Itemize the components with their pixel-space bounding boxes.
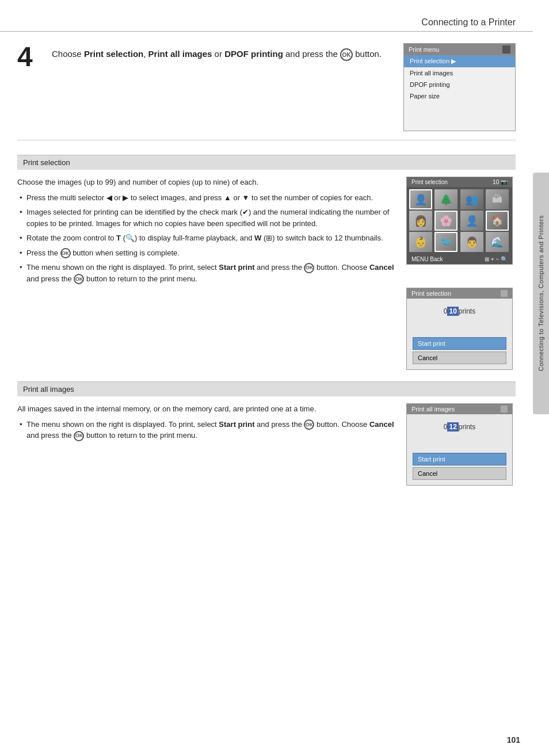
main-content: 4 Choose Print selection, Print all imag…	[0, 32, 533, 756]
print-all-dialog-header: Print all images	[407, 404, 512, 414]
print-selection-content: Choose the images (up to 99) and number …	[17, 177, 516, 370]
cancel-btn-2[interactable]: Cancel	[413, 467, 506, 480]
right-tab-label: Connecting to Televisions, Computers and…	[537, 215, 544, 371]
count-suffix: prints	[459, 307, 475, 315]
print-all-count: 012prints	[413, 423, 506, 431]
thumb-10: 🐦	[434, 232, 458, 252]
ok-btn-inline-1: OK	[60, 248, 71, 258]
bullet-4: Press the OK button when setting is comp…	[17, 247, 395, 259]
page-number: 101	[507, 735, 520, 744]
print-menu-item-3: Paper size	[404, 90, 515, 102]
print-count: 010prints	[413, 307, 506, 315]
t-label: T	[116, 234, 121, 242]
thumb-7: 👤	[460, 211, 483, 231]
w-label: W	[254, 234, 261, 242]
step-section: 4 Choose Print selection, Print all imag…	[17, 43, 516, 140]
print-menu-item-0: Print selection	[404, 55, 515, 67]
thumb-grid: 👤 🌲 👥 🏔 👩 🌸 👤 🏠 👶 🐦 👨 🌊	[407, 187, 512, 254]
print-selection-header: Print selection	[17, 155, 516, 170]
all-count-highlight: 12	[447, 422, 458, 432]
thumb-1: 👤	[409, 189, 432, 209]
thumb-header-count: 10 📷	[493, 179, 508, 185]
print-selection-dialog: Print selection 010prints Start print Ca…	[406, 288, 513, 370]
print-dialog-body: 010prints	[407, 299, 512, 320]
ok-btn-inline-3: OK	[74, 274, 84, 284]
print-all-dialog-actions: Start print Cancel	[407, 453, 512, 485]
start-print-btn-1[interactable]: Start print	[413, 337, 506, 350]
cancel-label-2: Cancel	[369, 420, 394, 429]
thumb-footer-right: ⊞ + − 🔍	[485, 256, 508, 262]
thumb-grid-screenshot: Print selection 10 📷 👤 🌲 👥 🏔 👩 🌸 👤 �	[406, 177, 513, 265]
thumb-6: 🌸	[434, 211, 458, 231]
print-menu-title: Print menu	[409, 46, 439, 53]
print-all-bullets: The menu shown on the right is displayed…	[17, 419, 395, 441]
thumb-12: 🌊	[486, 232, 509, 252]
thumb-8: 🏠	[486, 211, 509, 231]
print-dialog-actions: Start print Cancel	[407, 337, 512, 369]
print-all-dialog-body: 012prints	[407, 414, 512, 436]
ok-btn-inline-5: OK	[74, 431, 84, 441]
print-all-header: Print all images	[17, 381, 516, 396]
ok-btn-inline-2: OK	[304, 263, 314, 273]
thumb-5: 👩	[409, 211, 432, 231]
bullet-3: Rotate the zoom control to T (🔍) to disp…	[17, 232, 395, 244]
print-selection-screenshots: Print selection 10 📷 👤 🌲 👥 🏔 👩 🌸 👤 �	[406, 177, 516, 370]
print-all-bullet-1: The menu shown on the right is displayed…	[17, 419, 395, 441]
print-menu-header: Print menu	[404, 44, 515, 55]
print-all-dialog: Print all images 012prints Start print C…	[406, 403, 513, 486]
thumb-header: Print selection 10 📷	[407, 177, 512, 187]
print-menu-item-2: DPOF printing	[404, 79, 515, 90]
print-menu-screenshot: Print menu Print selection Print all ima…	[403, 43, 516, 131]
memory-card-icon	[502, 45, 510, 54]
step-number: 4	[17, 43, 40, 131]
start-print-label-1: Start print	[219, 263, 254, 272]
print-selection-section: Print selection Choose the images (up to…	[17, 155, 516, 370]
right-tab: Connecting to Televisions, Computers and…	[533, 173, 549, 414]
step-bold-3: DPOF printing	[224, 49, 283, 59]
page-header: Connecting to a Printer	[0, 0, 533, 32]
print-dialog-icon	[501, 290, 508, 297]
print-menu-item-1: Print all images	[404, 67, 515, 79]
ok-button-icon: OK	[340, 48, 353, 61]
print-all-dialog-title: Print all images	[411, 406, 455, 413]
print-all-text: All images saved in the internal memory,…	[17, 403, 395, 486]
cancel-btn-1[interactable]: Cancel	[413, 352, 506, 364]
print-dialog-title: Print selection	[411, 290, 451, 297]
cancel-label-1: Cancel	[369, 263, 394, 272]
bullet-2: Images selected for printing can be iden…	[17, 207, 395, 229]
step-text: Choose Print selection, Print all images…	[52, 43, 392, 131]
print-selection-text: Choose the images (up to 99) and number …	[17, 177, 395, 370]
thumb-2: 🌲	[434, 189, 458, 209]
print-all-screenshots: Print all images 012prints Start print C…	[406, 403, 516, 486]
start-print-label-2: Start print	[219, 420, 254, 429]
thumb-footer: MENU Back ⊞ + − 🔍	[407, 254, 512, 264]
bullet-5: The menu shown on the right is displayed…	[17, 262, 395, 284]
step-bold-1: Print selection	[84, 49, 143, 59]
start-print-btn-2[interactable]: Start print	[413, 453, 506, 465]
step-bold-2: Print all images	[148, 49, 212, 59]
thumb-footer-left: MENU Back	[411, 256, 443, 262]
page-header-title: Connecting to a Printer	[421, 17, 516, 28]
thumb-3: 👥	[460, 189, 483, 209]
thumb-header-label: Print selection	[411, 179, 448, 185]
print-all-section: Print all images All images saved in the…	[17, 381, 516, 486]
print-selection-desc: Choose the images (up to 99) and number …	[17, 177, 395, 189]
print-all-title: Print all images	[23, 385, 74, 394]
print-selection-title: Print selection	[23, 158, 70, 167]
print-all-dialog-icon	[501, 406, 508, 413]
bullet-1: Press the multi selector ◀ or ▶ to selec…	[17, 192, 395, 204]
thumb-11: 👨	[460, 232, 483, 252]
thumb-4: 🏔	[486, 189, 509, 209]
print-all-desc: All images saved in the internal memory,…	[17, 403, 395, 415]
count-highlight: 10	[447, 307, 458, 316]
thumb-9: 👶	[409, 232, 432, 252]
all-count-suffix: prints	[459, 423, 475, 431]
print-all-content: All images saved in the internal memory,…	[17, 403, 516, 486]
print-dialog-header: Print selection	[407, 288, 512, 299]
print-selection-bullets: Press the multi selector ◀ or ▶ to selec…	[17, 192, 395, 285]
ok-btn-inline-4: OK	[304, 419, 314, 430]
